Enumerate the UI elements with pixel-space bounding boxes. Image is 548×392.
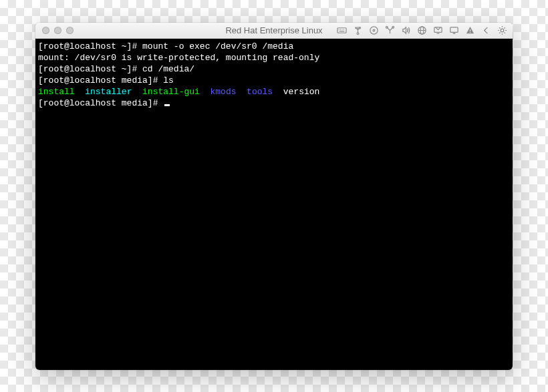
terminal-line: mount: /dev/sr0 is write-protected, moun… (38, 52, 510, 63)
terminal-text: [root@localhost media]# (38, 98, 163, 108)
zoom-button[interactable] (66, 27, 74, 34)
usb-icon[interactable] (353, 25, 363, 35)
terminal-text (200, 87, 211, 97)
terminal-text (237, 87, 247, 97)
svg-point-6 (357, 32, 359, 34)
terminal-cursor (164, 104, 170, 106)
terminal-line: [root@localhost ~]# cd /media/ (38, 63, 510, 75)
terminal-text (75, 87, 86, 97)
vm-window: Red Hat Enterprise Linux [root@localhost… (35, 23, 513, 370)
minimize-button[interactable] (54, 27, 61, 34)
back-icon[interactable] (481, 25, 491, 35)
terminal-line: [root@localhost media]# ls (38, 75, 510, 86)
terminal-text (132, 87, 142, 97)
svg-point-10 (356, 27, 357, 28)
terminal-text: [root@localhost media]# ls (38, 75, 174, 85)
svg-point-25 (470, 31, 471, 33)
network-icon[interactable] (417, 25, 427, 35)
traffic-lights (42, 27, 74, 34)
tools-icon[interactable] (385, 25, 395, 35)
svg-rect-0 (337, 27, 346, 33)
terminal-text: version (273, 87, 319, 97)
terminal[interactable]: [root@localhost ~]# mount -o exec /dev/s… (35, 39, 513, 370)
svg-point-12 (370, 26, 378, 33)
display-icon[interactable] (433, 25, 443, 35)
svg-point-13 (373, 29, 375, 31)
terminal-text: mount: /dev/sr0 is write-protected, moun… (38, 53, 319, 63)
terminal-text: install (38, 87, 75, 97)
terminal-text: [root@localhost ~]# mount -o exec /dev/s… (38, 41, 293, 51)
terminal-line: install installer install-gui kmods tool… (38, 86, 510, 97)
terminal-text: kmods (210, 87, 236, 97)
sound-icon[interactable] (401, 25, 411, 35)
terminal-line: [root@localhost ~]# mount -o exec /dev/s… (38, 41, 510, 52)
terminal-text: tools (247, 87, 273, 97)
terminal-text: [root@localhost ~]# cd /media/ (38, 64, 194, 74)
warning-icon[interactable] (465, 25, 475, 35)
gear-icon[interactable] (497, 25, 507, 35)
terminal-text: installer (85, 87, 132, 97)
toolbar-icons (337, 25, 507, 35)
disc-icon[interactable] (369, 25, 379, 35)
titlebar: Red Hat Enterprise Linux (35, 23, 513, 39)
screen-icon[interactable] (449, 25, 459, 35)
svg-rect-11 (359, 27, 360, 28)
svg-rect-21 (450, 27, 458, 32)
svg-point-26 (501, 29, 504, 32)
close-button[interactable] (42, 27, 49, 34)
terminal-text: install-gui (142, 87, 200, 97)
terminal-line: [root@localhost media]# (38, 97, 510, 109)
keyboard-icon[interactable] (337, 25, 347, 35)
